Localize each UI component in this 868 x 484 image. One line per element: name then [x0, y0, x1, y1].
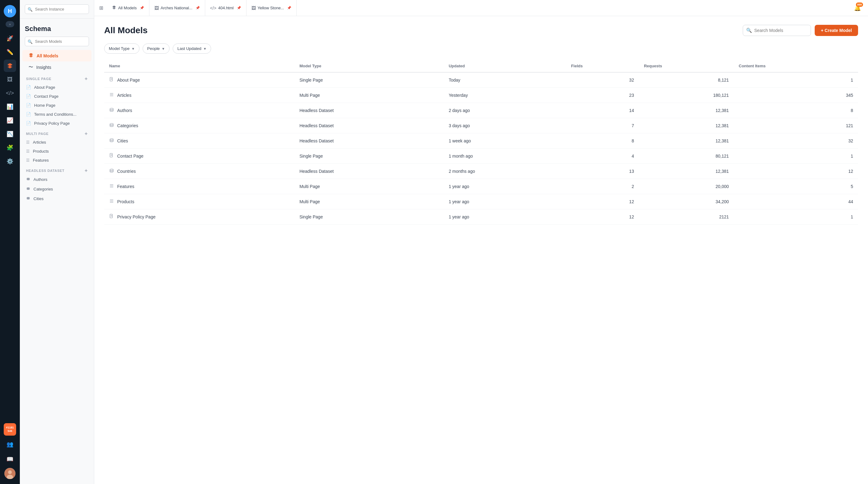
table-row[interactable]: Privacy Policy Page Single Page 1 year a…: [104, 209, 858, 225]
authors-icon: [26, 177, 30, 182]
collapse-button[interactable]: »: [6, 21, 14, 27]
nav-icon-book[interactable]: 📖: [4, 453, 16, 465]
nav-icon-bar-chart[interactable]: 📉: [4, 128, 16, 140]
tab-404html[interactable]: </> 404.html 📌: [205, 0, 246, 16]
sidebar-item-authors[interactable]: Authors: [20, 175, 94, 184]
row-requests: 80,121: [639, 149, 734, 164]
row-name: Contact Page: [117, 153, 144, 159]
tab-all-models-icon: [112, 5, 116, 10]
row-content-items: 345: [734, 88, 858, 103]
nav-icon-code[interactable]: </>: [4, 87, 16, 99]
nav-icon-rocket[interactable]: 🚀: [4, 32, 16, 45]
articles-icon: ☰: [26, 140, 30, 145]
add-multi-page-button[interactable]: +: [85, 131, 88, 137]
sidebar-item-about-page[interactable]: 📄 About Page: [20, 83, 94, 92]
row-fields: 32: [566, 72, 639, 88]
row-requests: 12,381: [639, 164, 734, 179]
user-badge[interactable]: #1181 546: [4, 423, 16, 436]
filter-last-updated-label: Last Updated: [177, 46, 201, 51]
table-row[interactable]: Authors Headless Dataset 2 days ago 14 1…: [104, 103, 858, 118]
table-row[interactable]: Contact Page Single Page 1 month ago 4 8…: [104, 149, 858, 164]
table-row[interactable]: Countries Headless Dataset 2 months ago …: [104, 164, 858, 179]
row-content-items: 121: [734, 118, 858, 134]
row-name: Products: [117, 199, 134, 204]
sidebar-item-privacy-policy[interactable]: 📄 Privacy Policy Page: [20, 119, 94, 128]
tab-all-models[interactable]: All Models 📌: [107, 0, 149, 16]
sidebar-models-search-icon: 🔍: [28, 39, 33, 44]
table-row[interactable]: Features Multi Page 1 year ago 2 20,000 …: [104, 179, 858, 194]
notification-button[interactable]: 🔔 999: [852, 2, 863, 13]
row-type: Headless Dataset: [294, 164, 444, 179]
row-name: Countries: [117, 169, 136, 174]
search-instance-input[interactable]: [25, 4, 89, 14]
row-content-items: 32: [734, 134, 858, 149]
categories-label: Categories: [33, 187, 53, 192]
add-single-page-button[interactable]: +: [85, 76, 88, 82]
search-models-icon: 🔍: [746, 28, 752, 33]
topbar-filter-icon[interactable]: ⊞: [99, 5, 103, 11]
sidebar-item-categories[interactable]: Categories: [20, 184, 94, 194]
filter-model-type[interactable]: Model Type ▼: [104, 44, 140, 54]
insights-icon: 〜: [29, 64, 33, 70]
sidebar-item-all-models[interactable]: All Models: [22, 50, 91, 61]
row-content-items: 8: [734, 103, 858, 118]
tab-yellow-stone[interactable]: 🖼 Yellow Stone... 📌: [246, 0, 297, 16]
add-headless-dataset-button[interactable]: +: [85, 168, 88, 173]
row-content-items: 1: [734, 209, 858, 225]
tab-404-pin: 📌: [237, 6, 241, 10]
nav-icon-analytics[interactable]: 📊: [4, 101, 16, 113]
content-header: All Models 🔍 + Create Model: [104, 25, 858, 36]
sidebar-item-articles[interactable]: ☰ Articles: [20, 138, 94, 147]
row-type: Multi Page: [294, 179, 444, 194]
sidebar: 🔍 Schema 🔍 All Models 〜 Insights: [20, 0, 94, 484]
nav-icon-settings[interactable]: ⚙️: [4, 155, 16, 168]
nav-icon-puzzle[interactable]: 🧩: [4, 141, 16, 154]
nav-icon-layers[interactable]: [4, 60, 16, 72]
svg-point-12: [110, 108, 114, 110]
row-requests: 180,121: [639, 88, 734, 103]
section-label-headless-dataset: HEADLESS DATASET: [26, 169, 64, 172]
col-header-fields: Fields: [566, 60, 639, 72]
privacy-policy-label: Privacy Policy Page: [34, 121, 70, 126]
create-model-button[interactable]: + Create Model: [815, 25, 858, 36]
terms-icon: 📄: [26, 112, 31, 117]
sidebar-item-home-page[interactable]: 📄 Home Page: [20, 101, 94, 110]
home-page-icon: 📄: [26, 103, 31, 108]
table-row[interactable]: Products Multi Page 1 year ago 12 34,200…: [104, 194, 858, 209]
tab-arches-national[interactable]: 🖼 Arches National... 📌: [149, 0, 205, 16]
row-content-items: 12: [734, 164, 858, 179]
row-fields: 23: [566, 88, 639, 103]
search-models-input[interactable]: [743, 25, 811, 36]
home-page-label: Home Page: [34, 103, 56, 108]
user-badge-id: #1181: [6, 426, 13, 429]
filter-people[interactable]: People ▼: [143, 44, 169, 54]
row-type: Single Page: [294, 149, 444, 164]
sidebar-item-products[interactable]: ☰ Products: [20, 147, 94, 156]
table-row[interactable]: Cities Headless Dataset 1 week ago 8 12,…: [104, 134, 858, 149]
icon-bar: H » 🚀 ✏️ 🖼 </> 📊 📈 📉 🧩 ⚙️ #1181 546 👥 📖: [0, 0, 20, 484]
row-updated: Yesterday: [444, 88, 566, 103]
nav-icon-edit[interactable]: ✏️: [4, 46, 16, 58]
row-requests: 12,381: [639, 134, 734, 149]
nav-icon-image[interactable]: 🖼: [4, 73, 16, 86]
filter-last-updated[interactable]: Last Updated ▼: [173, 44, 211, 54]
sidebar-item-terms[interactable]: 📄 Terms and Conditions...: [20, 110, 94, 119]
user-section: #1181 546 👥 📖: [4, 423, 16, 479]
features-icon: ☰: [26, 158, 30, 163]
table-row[interactable]: About Page Single Page Today 32 8,121 1: [104, 72, 858, 88]
sidebar-item-cities[interactable]: Cities: [20, 194, 94, 203]
row-name: Privacy Policy Page: [117, 215, 156, 219]
nav-icon-chart[interactable]: 📈: [4, 114, 16, 126]
table-row[interactable]: Categories Headless Dataset 3 days ago 7…: [104, 118, 858, 134]
filter-model-type-chevron: ▼: [131, 47, 135, 51]
row-fields: 8: [566, 134, 639, 149]
user-avatar[interactable]: [4, 468, 16, 479]
sidebar-item-insights[interactable]: 〜 Insights: [22, 61, 91, 73]
sidebar-item-contact-page[interactable]: 📄 Contact Page: [20, 92, 94, 101]
sidebar-item-features[interactable]: ☰ Features: [20, 156, 94, 165]
sidebar-search-models-input[interactable]: [25, 37, 89, 46]
top-bar: ⊞ All Models 📌 🖼 Arches National... 📌 </…: [94, 0, 868, 16]
table-row[interactable]: Articles Multi Page Yesterday 23 180,121…: [104, 88, 858, 103]
nav-icon-users[interactable]: 👥: [4, 438, 16, 451]
row-updated: 3 days ago: [444, 118, 566, 134]
